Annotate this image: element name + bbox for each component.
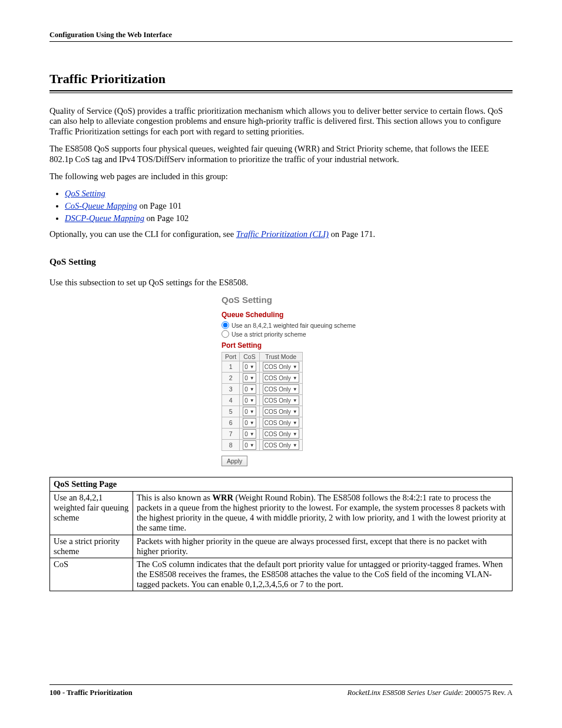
port-cell: 4	[222, 395, 240, 406]
trust-cell: COS Only▼	[259, 361, 302, 373]
cos-cell: 0▼	[240, 417, 259, 429]
dscp-queue-link[interactable]: DSCP-Queue Mapping	[65, 213, 144, 223]
chevron-down-icon: ▼	[250, 375, 254, 381]
qos-screenshot: QoS Setting Queue Scheduling Use an 8,4,…	[222, 295, 369, 466]
cos-select[interactable]: 0▼	[243, 440, 256, 450]
cos-select[interactable]: 0▼	[243, 407, 256, 416]
port-cell: 5	[222, 406, 240, 417]
section-body: Use this subsection to set up QoS settin…	[49, 278, 513, 288]
cos-queue-link[interactable]: CoS-Queue Mapping	[65, 201, 137, 210]
chevron-down-icon: ▼	[293, 364, 297, 370]
desc-label: Use a strict priority scheme	[50, 535, 133, 558]
chevron-down-icon: ▼	[250, 443, 254, 448]
qos-setting-link[interactable]: QoS Setting	[65, 189, 105, 198]
trust-select[interactable]: COS Only▼	[263, 418, 299, 427]
intro-para-2: The ES8508 QoS supports four physical qu…	[49, 144, 513, 164]
chevron-down-icon: ▼	[250, 431, 254, 437]
strict-label: Use a strict priority scheme	[232, 331, 306, 338]
trust-cell: COS Only▼	[259, 417, 302, 429]
chevron-down-icon: ▼	[293, 375, 297, 381]
col-cos: CoS	[240, 353, 259, 361]
port-table: Port CoS Trust Mode 10▼COS Only▼20▼COS O…	[222, 352, 303, 451]
cos-cell: 0▼	[240, 406, 259, 417]
footer-right: RocketLinx ES8508 Series User Guide: 200…	[348, 689, 513, 697]
port-cell: 7	[222, 429, 240, 440]
port-cell: 3	[222, 384, 240, 395]
trust-select[interactable]: COS Only▼	[263, 384, 299, 394]
cos-select[interactable]: 0▼	[243, 429, 256, 439]
footer-left: 100 - Traffic Prioritization	[49, 689, 133, 697]
page-title: Traffic Prioritization	[49, 71, 513, 87]
cos-select[interactable]: 0▼	[243, 418, 256, 427]
chevron-down-icon: ▼	[250, 364, 254, 370]
running-header: Configuration Using the Web Interface	[49, 31, 513, 42]
section-heading: QoS Setting	[49, 256, 513, 267]
list-item: CoS-Queue Mapping on Page 101	[65, 201, 513, 211]
page-footer: 100 - Traffic Prioritization RocketLinx …	[49, 684, 513, 697]
link-suffix: on Page 101	[137, 201, 181, 210]
desc-text: Packets with higher priority in the queu…	[133, 535, 513, 558]
desc-text-bold: WRR	[212, 493, 233, 502]
weighted-label: Use an 8,4,2,1 weighted fair queuing sch…	[232, 322, 356, 329]
cos-cell: 0▼	[240, 429, 259, 440]
cli-prefix: Optionally, you can use the CLI for conf…	[49, 229, 236, 239]
trust-cell: COS Only▼	[259, 384, 302, 395]
cli-link[interactable]: Traffic Prioritization (CLI)	[236, 229, 329, 239]
footer-guide-name: RocketLinx ES8508 Series User Guide	[348, 689, 461, 697]
trust-select[interactable]: COS Only▼	[263, 396, 299, 405]
chevron-down-icon: ▼	[293, 420, 297, 426]
intro-para-3: The following web pages are included in …	[49, 172, 513, 182]
cos-cell: 0▼	[240, 361, 259, 373]
cos-select[interactable]: 0▼	[243, 373, 256, 383]
trust-select[interactable]: COS Only▼	[263, 440, 299, 450]
list-item: DSCP-Queue Mapping on Page 102	[65, 213, 513, 223]
cli-para: Optionally, you can use the CLI for conf…	[49, 229, 513, 239]
cos-cell: 0▼	[240, 384, 259, 395]
chevron-down-icon: ▼	[293, 398, 297, 403]
table-row: 80▼COS Only▼	[222, 440, 303, 451]
cos-select[interactable]: 0▼	[243, 384, 256, 394]
title-rule	[49, 90, 513, 93]
port-cell: 6	[222, 417, 240, 429]
link-suffix: on Page 102	[144, 213, 189, 223]
port-cell: 8	[222, 440, 240, 451]
apply-button[interactable]: Apply	[222, 456, 247, 466]
trust-select[interactable]: COS Only▼	[263, 373, 299, 383]
trust-cell: COS Only▼	[259, 373, 302, 384]
desc-caption: QoS Setting Page	[50, 477, 513, 492]
queue-scheduling-heading: Queue Scheduling	[222, 311, 369, 319]
desc-text: The CoS column indicates that the defaul…	[133, 558, 513, 591]
table-row: 30▼COS Only▼	[222, 384, 303, 395]
cos-cell: 0▼	[240, 440, 259, 451]
chevron-down-icon: ▼	[250, 398, 254, 403]
strict-radio[interactable]	[222, 330, 229, 338]
col-trust: Trust Mode	[259, 353, 302, 361]
table-row: 50▼COS Only▼	[222, 406, 303, 417]
description-table: QoS Setting Page Use an 8,4,2,1 weighted…	[49, 477, 513, 591]
cos-cell: 0▼	[240, 373, 259, 384]
trust-cell: COS Only▼	[259, 406, 302, 417]
list-item: QoS Setting	[65, 189, 513, 199]
panel-title: QoS Setting	[222, 295, 369, 305]
desc-label: Use an 8,4,2,1 weighted fair queuing sch…	[50, 492, 133, 535]
table-row: 20▼COS Only▼	[222, 373, 303, 384]
cli-suffix: on Page 171.	[329, 229, 375, 239]
desc-text-pre: This is also known as	[137, 493, 212, 502]
trust-select[interactable]: COS Only▼	[263, 362, 299, 371]
col-port: Port	[222, 353, 240, 361]
chevron-down-icon: ▼	[293, 431, 297, 437]
link-list: QoS Setting CoS-Queue Mapping on Page 10…	[49, 189, 513, 223]
cos-select[interactable]: 0▼	[243, 396, 256, 405]
chevron-down-icon: ▼	[250, 387, 254, 392]
trust-select[interactable]: COS Only▼	[263, 407, 299, 416]
weighted-radio[interactable]	[222, 321, 229, 329]
trust-cell: COS Only▼	[259, 440, 302, 451]
cos-select[interactable]: 0▼	[243, 362, 256, 371]
table-row: 10▼COS Only▼	[222, 361, 303, 373]
trust-select[interactable]: COS Only▼	[263, 429, 299, 439]
port-cell: 1	[222, 361, 240, 373]
footer-rev: : 2000575 Rev. A	[461, 689, 513, 697]
chevron-down-icon: ▼	[293, 409, 297, 414]
table-row: 70▼COS Only▼	[222, 429, 303, 440]
port-setting-heading: Port Setting	[222, 341, 369, 350]
